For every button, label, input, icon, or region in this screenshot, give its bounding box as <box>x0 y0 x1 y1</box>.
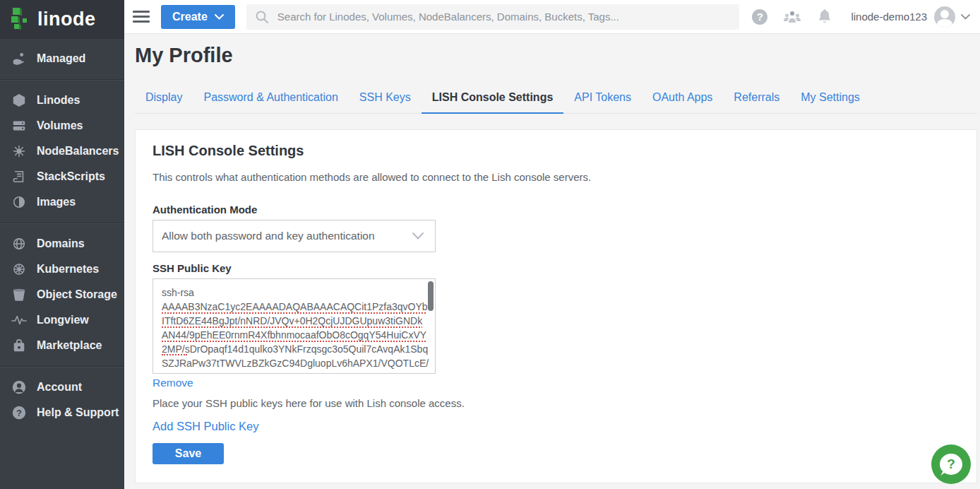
sidebar-item-images[interactable]: Images <box>0 189 124 215</box>
sidebar-item-object-storage[interactable]: Object Storage <box>0 282 124 307</box>
ssh-key-line: AN44/9pEhEE0rnmR4XfbhnmocaafObO8cOgqY54H… <box>162 328 425 342</box>
top-icons: ? linode-demo123 <box>752 6 970 28</box>
logo-block[interactable]: linode <box>0 0 124 39</box>
sidebar-divider <box>0 79 124 80</box>
bell-icon <box>817 8 832 25</box>
lish-settings-panel: LISH Console Settings This controls what… <box>135 129 977 483</box>
nodebalancers-icon <box>11 144 27 158</box>
panel-title: LISH Console Settings <box>153 143 960 159</box>
search-icon <box>255 10 269 24</box>
ssh-key-help-text: Place your SSH public keys here for use … <box>153 397 960 409</box>
images-icon <box>11 195 27 209</box>
page-title: My Profile <box>135 44 980 67</box>
sidebar-item-nodebalancers[interactable]: NodeBalancers <box>0 139 124 164</box>
help-icon: ? <box>752 9 767 25</box>
remove-key-link[interactable]: Remove <box>153 377 193 389</box>
sidebar-item-stackscripts[interactable]: StackScripts <box>0 164 124 189</box>
avatar <box>934 6 955 28</box>
ssh-key-line: 2MP/sDrOpaqf14d1qulko3YNkFrzqsgc3o5Quil7… <box>162 342 425 356</box>
main-content: My Profile Display Password & Authentica… <box>124 34 980 489</box>
marketplace-bag-icon <box>11 338 27 353</box>
menu-hamburger-icon[interactable] <box>133 11 150 23</box>
ssh-key-line: ssh-rsa <box>162 285 425 300</box>
managed-icon <box>11 52 27 66</box>
top-bar: Create ? <box>124 0 980 34</box>
add-ssh-public-key-link[interactable]: Add SSH Public Key <box>153 420 258 433</box>
sidebar-item-account[interactable]: Account <box>0 375 124 400</box>
chevron-down-icon <box>961 14 970 20</box>
ssh-key-line: SZJRaPw37tTWVLzBZkGzC94DgluopLv6hAPX1/VQ… <box>162 356 425 370</box>
textarea-scrollbar[interactable] <box>428 281 434 311</box>
domains-globe-icon <box>11 237 27 251</box>
create-button[interactable]: Create <box>161 5 235 29</box>
sidebar-nav: Managed Linodes Volumes NodeBalancers <box>0 39 124 489</box>
ssh-public-key-label: SSH Public Key <box>153 262 960 274</box>
tab-password-authentication[interactable]: Password & Authentication <box>193 86 348 114</box>
volumes-icon <box>11 119 27 133</box>
chevron-down-icon <box>215 14 224 20</box>
sidebar-item-managed[interactable]: Managed <box>0 46 124 71</box>
help-chat-icon: ? <box>940 454 962 475</box>
community-button[interactable] <box>783 9 801 25</box>
tab-display[interactable]: Display <box>135 86 193 114</box>
linode-logo-icon <box>10 6 31 33</box>
ssh-key-line: AAAAB3NzaC1yc2EAAAADAQABAAACAQCit1Pzfa3q… <box>162 300 425 314</box>
ssh-key-line: ITftD6ZE44BgJpt/nNRD/JVQv+0H2QcjUJDGUpuw… <box>162 314 425 328</box>
sidebar-item-volumes[interactable]: Volumes <box>0 113 124 139</box>
tab-my-settings[interactable]: My Settings <box>790 86 871 114</box>
save-button[interactable]: Save <box>153 443 224 464</box>
authentication-mode-value: Allow both password and key authenticati… <box>162 230 375 242</box>
tab-oauth-apps[interactable]: OAuth Apps <box>642 86 723 114</box>
search-input[interactable] <box>277 11 731 23</box>
username-label: linode-demo123 <box>851 11 927 23</box>
tab-ssh-keys[interactable]: SSH Keys <box>349 86 422 114</box>
help-question-icon: ? <box>11 405 27 420</box>
sidebar-item-marketplace[interactable]: Marketplace <box>0 333 124 358</box>
stackscripts-icon <box>11 170 27 184</box>
sidebar-item-linodes[interactable]: Linodes <box>0 88 124 113</box>
panel-description: This controls what authentication method… <box>153 171 960 183</box>
longview-pulse-icon <box>11 313 27 327</box>
help-button[interactable]: ? <box>752 9 767 25</box>
notifications-button[interactable] <box>817 8 832 25</box>
logo-wordmark: linode <box>37 8 96 30</box>
profile-tabs: Display Password & Authentication SSH Ke… <box>135 86 977 114</box>
authentication-mode-select[interactable]: Allow both password and key authenticati… <box>153 220 436 252</box>
floating-help-button[interactable]: ? <box>931 444 971 484</box>
user-menu[interactable]: linode-demo123 <box>848 6 970 28</box>
sidebar-divider <box>0 366 124 367</box>
authentication-mode-label: Authentication Mode <box>153 204 960 216</box>
sidebar-item-longview[interactable]: Longview <box>0 307 124 333</box>
svg-text:?: ? <box>16 408 22 418</box>
sidebar-divider <box>0 223 124 223</box>
account-icon <box>11 379 27 395</box>
sidebar-item-domains[interactable]: Domains <box>0 231 124 257</box>
community-icon <box>783 9 801 25</box>
tab-api-tokens[interactable]: API Tokens <box>563 86 642 114</box>
ssh-public-key-textarea[interactable]: ssh-rsa AAAAB3NzaC1yc2EAAAADAQABAAACAQCi… <box>153 278 436 374</box>
object-storage-bucket-icon <box>11 288 27 302</box>
tab-lish-console-settings[interactable]: LISH Console Settings <box>422 86 564 114</box>
sidebar-item-kubernetes[interactable]: Kubernetes <box>0 257 124 282</box>
kubernetes-icon <box>11 262 27 276</box>
global-search[interactable] <box>246 4 740 30</box>
chevron-down-icon <box>412 232 424 240</box>
tab-referrals[interactable]: Referrals <box>723 86 790 114</box>
linode-cube-icon <box>11 93 27 107</box>
sidebar-item-help-support[interactable]: ? Help & Support <box>0 400 124 425</box>
